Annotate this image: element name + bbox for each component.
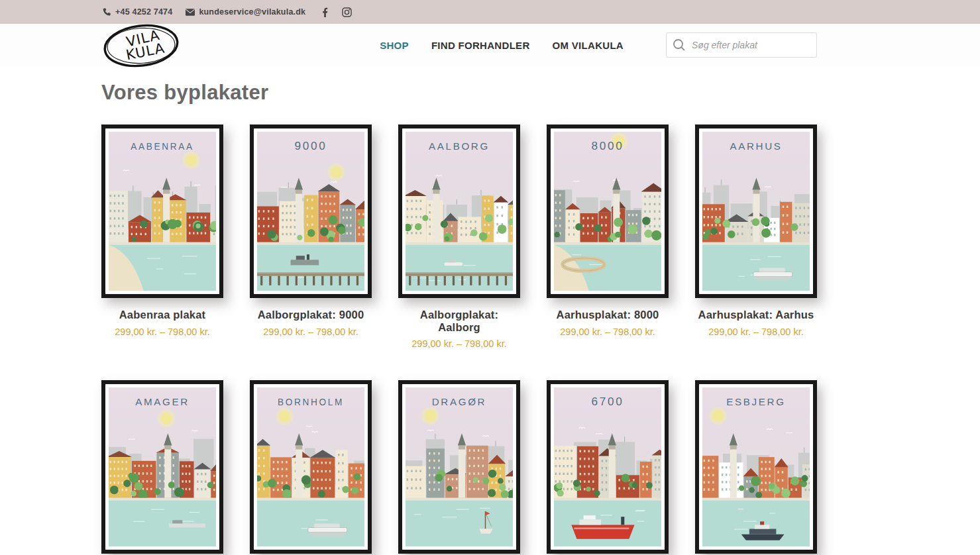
poster-frame[interactable]: AARHUS bbox=[695, 125, 817, 298]
search-icon bbox=[672, 38, 686, 52]
svg-text:AABENRAA: AABENRAA bbox=[131, 142, 193, 152]
poster-frame[interactable]: 6700 bbox=[547, 380, 669, 554]
header: VILA KULA SHOP FIND FORHANDLER OM VILAKU… bbox=[0, 24, 980, 66]
product-card[interactable]: 8000 Aarhusplakat: 8000 299,00 kr. – 798… bbox=[547, 125, 669, 350]
svg-text:6700: 6700 bbox=[592, 395, 624, 408]
svg-text:AARHUS: AARHUS bbox=[730, 140, 782, 152]
email-address: kundeservice@vilakula.dk bbox=[199, 7, 305, 17]
phone-icon bbox=[103, 8, 111, 17]
product-card[interactable]: BORNHOLM bbox=[250, 380, 372, 555]
poster-frame[interactable]: BORNHOLM bbox=[250, 380, 372, 554]
svg-text:9000: 9000 bbox=[295, 139, 327, 152]
nav-shop[interactable]: SHOP bbox=[380, 40, 409, 51]
product-card[interactable]: AALBORG Aalborgplakat: Aalborg 299,00 kr… bbox=[398, 125, 520, 350]
nav-om-vilakula[interactable]: OM VILAKULA bbox=[553, 40, 624, 51]
nav-find-forhandler[interactable]: FIND FORHANDLER bbox=[431, 40, 530, 51]
product-card[interactable]: ESBJERG bbox=[695, 380, 817, 555]
product-card[interactable]: 9000 Aalborgplakat: 9000 299,00 kr. – 79… bbox=[250, 125, 372, 350]
poster-art: AALBORG bbox=[406, 132, 513, 291]
poster-frame[interactable]: 9000 bbox=[250, 125, 372, 298]
svg-text:8000: 8000 bbox=[592, 139, 624, 152]
poster-art: ESBJERG bbox=[702, 387, 810, 546]
product-name[interactable]: Aarhusplakat: 8000 bbox=[547, 309, 669, 322]
poster-art: DRAGØR bbox=[406, 387, 513, 546]
email-link[interactable]: kundeservice@vilakula.dk bbox=[186, 7, 305, 17]
instagram-icon[interactable] bbox=[342, 7, 352, 17]
poster-frame[interactable]: DRAGØR bbox=[398, 380, 520, 554]
poster-art: AARHUS bbox=[702, 132, 810, 291]
vilakula-logo[interactable]: VILA KULA bbox=[101, 19, 182, 73]
product-name[interactable]: Aabenraa plakat bbox=[101, 309, 223, 322]
product-name[interactable]: Aarhusplakat: Aarhus bbox=[695, 309, 817, 322]
page-title: Vores byplakater bbox=[101, 81, 980, 105]
product-card[interactable]: 6700 bbox=[547, 380, 669, 555]
envelope-icon bbox=[186, 9, 195, 16]
product-card[interactable]: DRAGØR bbox=[398, 380, 520, 555]
svg-text:ESBJERG: ESBJERG bbox=[726, 396, 785, 407]
svg-text:DRAGØR: DRAGØR bbox=[432, 396, 486, 407]
poster-art: AMAGER bbox=[109, 387, 216, 546]
product-price: 299,00 kr. – 798,00 kr. bbox=[547, 327, 669, 338]
poster-frame[interactable]: AALBORG bbox=[398, 125, 520, 298]
poster-art: BORNHOLM bbox=[257, 387, 364, 546]
phone-link[interactable]: +45 4252 7474 bbox=[103, 7, 172, 17]
product-price: 299,00 kr. – 798,00 kr. bbox=[250, 327, 372, 338]
product-card[interactable]: AARHUS Aarhusplakat: Aarhus 299,00 kr. –… bbox=[695, 125, 817, 350]
product-price: 299,00 kr. – 798,00 kr. bbox=[101, 327, 223, 338]
poster-frame[interactable]: ESBJERG bbox=[695, 380, 817, 554]
poster-frame[interactable]: 8000 bbox=[547, 125, 669, 298]
svg-text:AALBORG: AALBORG bbox=[429, 140, 490, 152]
poster-art: 6700 bbox=[554, 387, 661, 546]
product-name[interactable]: Aalborgplakat: 9000 bbox=[250, 309, 372, 322]
phone-number: +45 4252 7474 bbox=[115, 7, 172, 17]
svg-text:BORNHOLM: BORNHOLM bbox=[278, 397, 344, 407]
product-card[interactable]: AABENRAA Aabenraa plakat 299,00 kr. – 79… bbox=[101, 125, 223, 350]
social-links bbox=[321, 7, 352, 17]
poster-frame[interactable]: AMAGER bbox=[101, 380, 223, 554]
poster-art: AABENRAA bbox=[109, 132, 216, 291]
poster-art: 8000 bbox=[554, 132, 661, 291]
product-name[interactable]: Aalborgplakat: Aalborg bbox=[398, 309, 520, 334]
product-grid: AABENRAA Aabenraa plakat 299,00 kr. – 79… bbox=[101, 125, 980, 555]
poster-frame[interactable]: AABENRAA bbox=[101, 125, 223, 298]
facebook-icon[interactable] bbox=[321, 7, 329, 17]
product-price: 299,00 kr. – 798,00 kr. bbox=[398, 338, 520, 350]
svg-text:AMAGER: AMAGER bbox=[135, 396, 190, 407]
main-nav: SHOP FIND FORHANDLER OM VILAKULA bbox=[380, 32, 817, 58]
poster-art: 9000 bbox=[257, 132, 364, 291]
product-card[interactable]: AMAGER bbox=[101, 380, 223, 555]
product-price: 299,00 kr. – 798,00 kr. bbox=[695, 327, 817, 338]
search-input[interactable] bbox=[666, 32, 817, 58]
search-box bbox=[666, 32, 817, 58]
